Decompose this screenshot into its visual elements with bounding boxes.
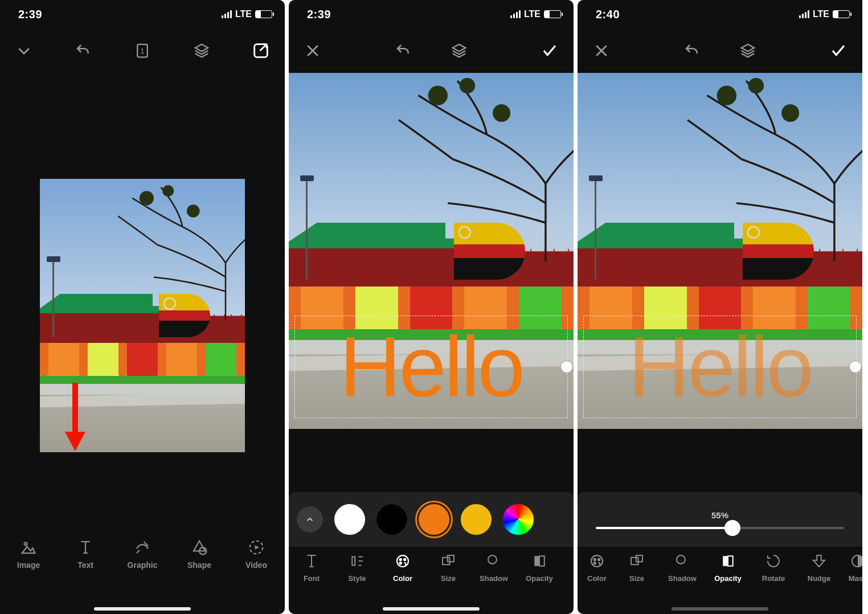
color-swatch-white[interactable] [334,504,365,535]
text-selection-box[interactable]: Hello [294,316,568,418]
layers-button[interactable] [738,40,758,61]
svg-point-25 [717,85,736,105]
svg-point-18 [404,559,406,560]
project-canvas[interactable]: Hello [289,73,574,429]
tab-label: Text [77,560,93,570]
tab-text[interactable]: Text [57,539,114,570]
top-toolbar [289,28,574,73]
confirm-button[interactable] [828,40,849,61]
screen-1: 2:39 LTE 1 [0,0,285,614]
tab-image[interactable]: Image [0,539,57,570]
network-label: LTE [813,9,829,19]
tab-label: Opacity [714,574,742,583]
layers-button[interactable] [191,40,212,61]
slider-thumb[interactable] [724,520,740,536]
element-type-tabs: Image Text Graphic Shape Video [0,531,285,614]
svg-rect-24 [539,556,544,566]
text-overlay[interactable]: Hello [339,324,523,410]
tab-label: Image [17,560,40,570]
color-swatch-rainbow[interactable] [503,504,534,535]
tab-opacity[interactable]: Opacity [705,552,751,583]
tab-graphic[interactable]: Graphic [114,539,171,570]
tab-video[interactable]: Video [228,539,285,570]
tab-opacity[interactable]: Opacity [517,552,562,583]
cellular-signal-icon [510,10,521,18]
canvas-area[interactable] [0,73,285,531]
tab-label: Shadow [480,574,508,583]
status-bar: 2:39 LTE [289,0,574,28]
tab-label: Size [441,574,456,583]
svg-rect-20 [443,558,450,565]
status-time: 2:40 [596,8,620,21]
project-canvas[interactable] [40,179,245,452]
svg-point-9 [24,542,27,545]
screen-2: 2:39 LTE [289,0,574,614]
tab-label: Shadow [668,574,697,583]
text-property-tabs[interactable]: Color Size Shadow Opacity Rotate Nudge M… [578,547,862,614]
home-indicator[interactable] [672,607,768,611]
text-overlay[interactable]: Hello [628,324,812,410]
undo-button[interactable] [393,40,413,61]
status-bar: 2:40 LTE [578,0,862,28]
opacity-slider[interactable] [596,527,844,529]
cancel-button[interactable] [302,40,323,61]
battery-icon [255,10,272,18]
tab-font[interactable]: Font [289,552,334,583]
network-label: LTE [524,9,541,19]
svg-rect-21 [448,555,454,562]
svg-point-17 [400,559,402,560]
confirm-button[interactable] [539,40,560,61]
tab-shadow[interactable]: Shadow [471,552,517,583]
svg-point-29 [591,555,603,567]
cancel-button[interactable] [591,40,612,61]
project-canvas[interactable]: Hello [578,73,862,429]
status-time: 2:39 [307,8,331,21]
svg-point-16 [397,555,408,567]
layers-button[interactable] [449,40,469,61]
svg-point-27 [781,104,799,122]
color-swatch-orange[interactable] [419,504,449,535]
color-swatch-yellow[interactable] [461,504,492,535]
color-swatch-row [289,492,574,547]
svg-point-4 [162,186,174,197]
undo-button[interactable] [73,40,93,61]
svg-rect-36 [723,556,728,566]
opacity-value-label: 55% [711,510,728,520]
tab-shadow[interactable]: Shadow [660,552,705,583]
canvas-area[interactable]: Hello [578,73,862,429]
svg-point-35 [677,555,685,564]
text-property-tabs[interactable]: Font Style Color Size Shadow Opacity [289,547,574,614]
color-swatch-black[interactable] [376,504,407,535]
canvas-area[interactable]: Hello [289,73,574,429]
svg-point-13 [460,77,476,93]
svg-rect-23 [534,556,539,566]
text-selection-box[interactable]: Hello [583,316,857,418]
tab-size[interactable]: Size [425,552,471,583]
tree-graphic [118,179,245,324]
tab-size[interactable]: Size [614,552,660,583]
pages-button[interactable]: 1 [132,40,153,61]
tab-label: Mask [849,574,862,583]
eyedropper-toggle[interactable] [297,506,323,533]
tab-rotate[interactable]: Rotate [751,552,796,583]
tab-nudge[interactable]: Nudge [796,552,842,583]
tab-mask[interactable]: Mask [842,552,862,583]
cellular-signal-icon [799,10,809,18]
svg-point-5 [187,205,200,218]
svg-point-30 [594,559,596,560]
home-indicator[interactable] [94,607,191,611]
home-indicator[interactable] [383,607,480,611]
tab-style[interactable]: Style [334,552,380,583]
svg-point-22 [488,555,497,564]
tab-shape[interactable]: Shape [171,539,228,570]
svg-point-32 [594,562,596,564]
tab-color[interactable]: Color [580,552,614,583]
svg-rect-34 [636,555,642,562]
status-right: LTE [510,9,561,19]
collapse-button[interactable] [14,40,34,61]
undo-button[interactable] [682,40,702,61]
battery-icon [544,10,561,18]
tab-color[interactable]: Color [380,552,425,583]
share-button[interactable] [251,40,271,61]
tree-graphic [397,73,574,261]
